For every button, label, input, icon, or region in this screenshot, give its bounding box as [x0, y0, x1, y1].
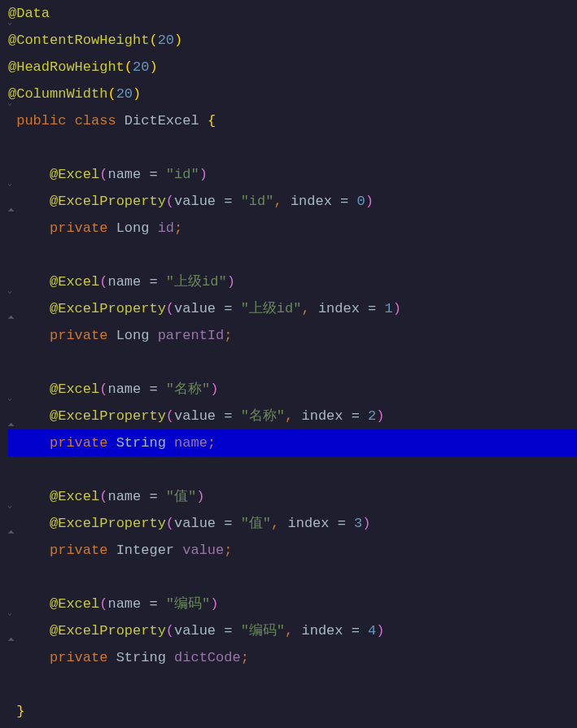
code-line[interactable] — [8, 242, 577, 268]
field-value: value — [182, 543, 224, 558]
annotation-excel: @Excel — [50, 274, 99, 290]
code-line[interactable]: ⏶ @ExcelProperty(value = "值", index = 3) — [8, 510, 577, 537]
code-line[interactable] — [8, 134, 577, 161]
code-line[interactable]: ⌄ @Excel(name = "名称") — [8, 376, 577, 403]
code-line[interactable]: private String dictCode; — [8, 644, 577, 671]
annotation-excelproperty: @ExcelProperty — [50, 516, 166, 531]
code-line[interactable]: private Integer value; — [8, 537, 577, 564]
code-editor[interactable]: ⌄@Data @ContentRowHeight(20) @HeadRowHei… — [0, 0, 577, 725]
code-line[interactable]: private Long id; — [8, 215, 577, 242]
class-name: DictExcel — [125, 113, 199, 129]
code-line[interactable]: } — [8, 698, 577, 725]
code-line[interactable]: ⏶ @ExcelProperty(value = "编码", index = 4… — [8, 617, 577, 644]
code-line[interactable]: ⌄@ColumnWidth(20) — [8, 81, 577, 107]
code-line[interactable]: ⏶ @ExcelProperty(value = "名称", index = 2… — [8, 403, 577, 429]
code-line[interactable]: @ContentRowHeight(20) — [8, 27, 577, 54]
code-line[interactable]: ⌄@Data — [8, 0, 577, 27]
annotation-excelproperty: @ExcelProperty — [50, 301, 166, 316]
annotation-excel: @Excel — [50, 381, 99, 397]
code-line[interactable]: ⌄ @Excel(name = "id") — [8, 161, 577, 188]
code-line[interactable]: ⏶ @ExcelProperty(value = "id", index = 0… — [8, 188, 577, 215]
code-line[interactable] — [8, 349, 577, 376]
code-line[interactable]: private Long parentId; — [8, 322, 577, 349]
annotation-excelproperty: @ExcelProperty — [50, 623, 166, 639]
code-line-highlighted[interactable]: private String name; — [8, 429, 577, 456]
field-dictcode: dictCode — [174, 650, 241, 665]
field-id: id — [158, 220, 174, 236]
annotation-excel: @Excel — [50, 596, 99, 612]
code-line[interactable]: @HeadRowHeight(20) — [8, 54, 577, 81]
code-line[interactable]: ⏶ @ExcelProperty(value = "上级id", index =… — [8, 295, 577, 322]
field-parentid: parentId — [158, 328, 225, 343]
annotation-excel: @Excel — [50, 489, 99, 504]
annotation-excelproperty: @ExcelProperty — [50, 194, 166, 209]
code-line[interactable]: ⌄ @Excel(name = "值") — [8, 483, 577, 510]
code-line[interactable]: public class DictExcel { — [8, 107, 577, 134]
annotation-excel: @Excel — [50, 167, 99, 182]
annotation-excelproperty: @ExcelProperty — [50, 408, 166, 424]
annotation-headrowheight: @HeadRowHeight — [8, 59, 125, 75]
field-name: name — [174, 435, 208, 451]
code-line[interactable] — [8, 564, 577, 591]
code-line[interactable]: ⌄ @Excel(name = "编码") — [8, 591, 577, 617]
code-line[interactable]: ⌄ @Excel(name = "上级id") — [8, 268, 577, 295]
annotation-data: @Data — [8, 6, 50, 21]
annotation-contentrowheight: @ContentRowHeight — [8, 33, 149, 48]
annotation-columnwidth: @ColumnWidth — [8, 86, 107, 102]
code-line[interactable] — [8, 456, 577, 483]
code-line[interactable] — [8, 671, 577, 698]
